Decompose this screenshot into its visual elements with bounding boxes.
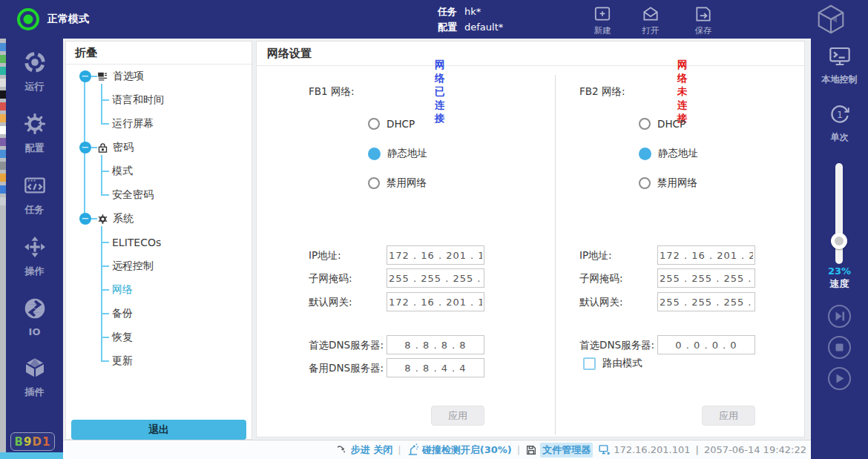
collapse-toggle-password[interactable]: − [79, 142, 91, 153]
step-mode-status[interactable]: 步进 关闭 [336, 443, 393, 457]
task-value: hk* [464, 4, 481, 19]
nav-operate[interactable]: 操作 [9, 235, 61, 278]
tree-item-restore[interactable]: 恢复 [112, 330, 133, 345]
mode-indicator-icon[interactable] [16, 7, 40, 31]
collapse-toggle-preferences[interactable]: − [79, 70, 91, 82]
radio-icon[interactable] [368, 177, 380, 189]
step-forward-button[interactable] [827, 304, 852, 328]
fb1-ip-input[interactable] [387, 245, 484, 265]
fb2-netmask-input[interactable] [657, 268, 755, 288]
fb2-dns1-input[interactable] [657, 335, 755, 354]
robot-control-app: 正常模式 任务hk* 配置default* 新建 打开 保存 [0, 0, 868, 459]
local-control-button[interactable]: 本地控制 [811, 46, 868, 86]
play-button[interactable] [827, 366, 852, 391]
tree-item-safety-password[interactable]: 安全密码 [112, 188, 154, 202]
fb1-radio-disable[interactable]: 禁用网络 [368, 175, 427, 191]
fb1-gateway-input[interactable] [387, 292, 484, 311]
tree-item-run-screen[interactable]: 运行屏幕 [112, 116, 154, 131]
nav-task[interactable]: 任务 [9, 174, 61, 217]
checkbox-icon[interactable] [583, 357, 596, 370]
fb2-gateway-input[interactable] [657, 292, 755, 311]
network-settings-panel: 网络设置 FB1 网络: 网络已连接 DHCP 静态地址 禁用网络 IP地址: [256, 41, 805, 437]
speed-value: 23% [811, 265, 868, 277]
file-manager-button[interactable]: 文件管理器 [525, 443, 593, 458]
top-bar: 正常模式 任务hk* 配置default* 新建 打开 保存 [0, 0, 868, 39]
stop-button[interactable] [827, 335, 852, 360]
open-button[interactable]: 打开 [630, 3, 671, 36]
collapse-toggle-system[interactable]: − [79, 213, 91, 225]
svg-text:1: 1 [836, 109, 842, 120]
tree-item-remote-control[interactable]: 远程控制 [112, 259, 154, 274]
nav-plugin[interactable]: 插件 [9, 356, 61, 399]
save-icon [694, 4, 713, 24]
new-file-icon [593, 4, 612, 24]
fb1-radio-static[interactable]: 静态地址 [368, 145, 427, 162]
single-cycle-button[interactable]: 1 单次 [811, 102, 868, 144]
radio-icon[interactable] [639, 148, 651, 160]
fb2-route-mode[interactable]: 路由模式 [583, 357, 642, 370]
plugin-icon [23, 356, 47, 380]
tree-item-mode[interactable]: 模式 [112, 164, 133, 179]
single-cycle-icon: 1 [828, 102, 852, 126]
collision-icon [407, 443, 419, 456]
tree-branch-line [101, 84, 102, 124]
desktop-edge-strip [0, 39, 6, 452]
brand-cube-logo-icon [813, 2, 849, 36]
radio-icon[interactable] [639, 118, 651, 130]
radio-icon[interactable] [368, 118, 380, 130]
run-icon [23, 50, 47, 74]
tree-item-system[interactable]: 系统 [97, 211, 134, 226]
config-label: 配置 [438, 19, 457, 35]
lock-icon [97, 142, 108, 153]
nav-run[interactable]: 运行 [9, 50, 61, 93]
nav-config[interactable]: 配置 [9, 112, 61, 155]
fb1-dns2-input[interactable] [387, 358, 484, 377]
divider [66, 64, 251, 65]
exit-button[interactable]: 退出 [71, 420, 246, 440]
step-icon [336, 444, 348, 456]
fb2-ip-input[interactable] [657, 245, 755, 265]
right-control-rail: 本地控制 1 单次 23% 速度 [811, 39, 868, 459]
tree-item-elitecos[interactable]: ELITECOs [112, 235, 161, 250]
config-value: default* [464, 19, 503, 35]
settings-tree-panel: 折叠 − − − 首选项 语言和时间 运行屏幕 密码 模式 [65, 41, 252, 440]
tree-item-language-time[interactable]: 语言和时间 [112, 93, 164, 108]
radio-icon[interactable] [368, 148, 381, 160]
tree-item-backup[interactable]: 备份 [112, 306, 133, 321]
task-label: 任务 [438, 4, 457, 19]
tree-item-update[interactable]: 更新 [112, 354, 133, 369]
status-bar: 步进 关闭 | 碰撞检测开启(30%) | 文件管理器 17 [63, 440, 811, 459]
desktop-taskbar-corner [0, 452, 63, 459]
fb1-dns1-input[interactable] [387, 335, 484, 354]
network-monitor-icon [598, 443, 611, 456]
tree-item-network[interactable]: 网络 [112, 283, 133, 297]
fb1-netmask-input[interactable] [387, 268, 484, 288]
fb2-radio-static[interactable]: 静态地址 [639, 145, 698, 162]
speed-slider-thumb[interactable] [831, 233, 847, 249]
tree-branch-line [101, 226, 102, 361]
preferences-icon [97, 71, 108, 82]
page-title: 网络设置 [267, 47, 312, 61]
open-icon [641, 4, 660, 24]
fb2-radio-dhcp[interactable]: DHCP [639, 116, 685, 132]
nav-io[interactable]: IO [9, 297, 61, 337]
fb1-radio-dhcp[interactable]: DHCP [368, 116, 415, 132]
save-button[interactable]: 保存 [683, 3, 724, 36]
fb1-apply-button[interactable]: 应用 [431, 406, 484, 426]
fb2-apply-button[interactable]: 应用 [702, 406, 755, 426]
network-address-status[interactable]: 172.16.201.101 [598, 443, 690, 456]
task-config-group: 任务hk* 配置default* [438, 4, 503, 35]
fb2-radio-disable[interactable]: 禁用网络 [639, 175, 697, 191]
fb2-dns1-label: 首选DNS服务器: [579, 335, 654, 354]
divider [257, 65, 804, 66]
fb2-label: FB2 网络: [579, 85, 625, 99]
tree-item-password[interactable]: 密码 [97, 140, 134, 155]
fb1-dns1-label: 首选DNS服务器: [309, 335, 384, 354]
tree-item-preferences[interactable]: 首选项 [97, 69, 144, 84]
new-button[interactable]: 新建 [582, 3, 623, 36]
status-badge[interactable]: B9D1 [10, 432, 55, 451]
collision-detection-status[interactable]: 碰撞检测开启(30%) [407, 443, 512, 457]
fb2-netmask-label: 子网掩码: [579, 268, 623, 288]
radio-icon[interactable] [639, 177, 651, 189]
task-icon [23, 174, 47, 197]
